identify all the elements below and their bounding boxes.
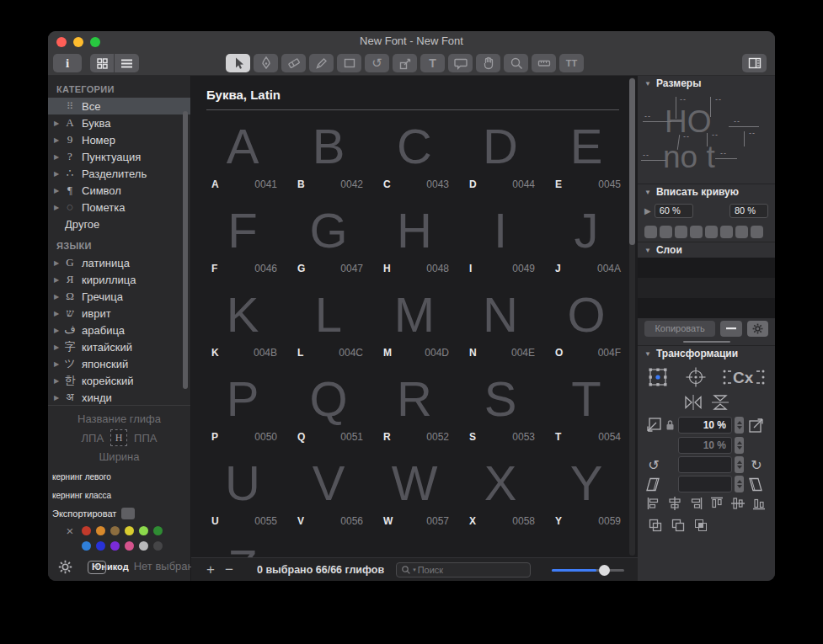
disclosure-triangle-icon[interactable]: ▼ <box>644 80 651 88</box>
glyph-cell[interactable]: NN004E <box>457 281 543 365</box>
align-left-button[interactable] <box>646 496 661 511</box>
instructor-tool-button[interactable]: TT <box>559 54 584 72</box>
glyph-cell[interactable]: LL004C <box>286 281 371 365</box>
glyph-cell[interactable]: KK004B <box>200 281 286 365</box>
sidebar-item-other[interactable]: Другое <box>48 216 190 232</box>
sidebar-language-item[interactable]: ▶字китайский <box>48 338 190 355</box>
disclosure-triangle-icon[interactable]: ▶ <box>51 187 61 194</box>
label-color-swatch[interactable] <box>125 526 134 535</box>
glyph-cell[interactable]: FF0046 <box>200 197 286 281</box>
rotate-tool-button[interactable]: ↺ <box>365 54 389 72</box>
sidebar-category-item[interactable]: ▶∴Разделитель <box>48 165 190 182</box>
disclosure-triangle-icon[interactable]: ▶ <box>51 327 61 334</box>
scale-tool-button[interactable] <box>393 54 417 72</box>
sidebar-language-item[interactable]: ▶فарабица <box>48 322 190 338</box>
scale-up-button[interactable] <box>747 416 766 434</box>
disclosure-triangle-icon[interactable]: ▶ <box>51 204 61 211</box>
glyph-cell[interactable]: PP0050 <box>200 365 286 450</box>
sidebar-language-item[interactable]: ▶ΩГречица <box>48 288 190 305</box>
rotate-stepper[interactable] <box>735 456 744 473</box>
slant-stepper[interactable] <box>735 476 744 492</box>
layer-options-button[interactable] <box>747 321 768 337</box>
grid-view-button[interactable] <box>90 54 115 72</box>
fit-curve-step-button[interactable] <box>644 226 657 238</box>
fit-curve-section-header[interactable]: ▼ Вписать кривую <box>638 184 775 200</box>
slant-right-button[interactable] <box>747 476 764 492</box>
glyph-cell[interactable]: BB0042 <box>286 113 371 197</box>
label-color-swatch[interactable] <box>110 541 120 551</box>
boolean-subtract-button[interactable] <box>671 518 686 533</box>
rotate-angle-input[interactable] <box>678 456 732 473</box>
search-scope-caret-icon[interactable]: ▾ <box>413 567 416 573</box>
flip-vertical-button[interactable] <box>710 394 730 411</box>
font-info-button[interactable]: i <box>53 54 82 72</box>
sidebar-category-item[interactable]: ⠿Все <box>48 98 190 114</box>
lock-proportions-icon[interactable] <box>665 419 675 431</box>
align-bottom-button[interactable] <box>751 496 767 511</box>
annotation-tool-button[interactable] <box>448 54 473 72</box>
center-vertically-button[interactable] <box>730 496 746 511</box>
remove-layer-button[interactable] <box>720 321 741 337</box>
scale-horizontal-input[interactable] <box>678 417 732 434</box>
add-glyph-button[interactable]: + <box>201 562 220 577</box>
disclosure-triangle-icon[interactable]: ▶ <box>51 153 61 161</box>
no-color-button[interactable]: × <box>63 524 77 538</box>
sidebar-language-item[interactable]: ▶ツяпонский <box>48 355 190 372</box>
transformations-section-header[interactable]: ▼ Трансформации <box>638 346 775 361</box>
disclosure-triangle-icon[interactable]: ▶ <box>51 360 61 368</box>
glyph-cell[interactable]: DD0044 <box>457 113 543 197</box>
scrollbar-thumb[interactable] <box>629 78 635 245</box>
glyph-cell[interactable]: YY0059 <box>543 450 624 534</box>
slider-thumb[interactable] <box>599 565 610 576</box>
hand-tool-button[interactable] <box>476 54 500 72</box>
pencil-tool-button[interactable] <box>309 54 334 72</box>
zoom-slider[interactable] <box>552 564 624 576</box>
sidebar-category-item[interactable]: ▶◌Пометка <box>48 199 190 216</box>
boolean-union-button[interactable] <box>648 518 663 533</box>
label-color-swatch[interactable] <box>125 541 134 551</box>
disclosure-triangle-icon[interactable]: ▶ <box>51 394 61 402</box>
glyph-cell[interactable]: MM004D <box>371 281 457 365</box>
sidebar-language-item[interactable]: ▶한корейский <box>48 372 190 389</box>
slant-left-button[interactable] <box>644 476 661 492</box>
disclosure-triangle-icon[interactable]: ▶ <box>51 293 61 301</box>
glyph-cell[interactable]: RR0052 <box>371 365 457 450</box>
list-view-button[interactable] <box>115 54 139 72</box>
sidebar-category-item[interactable]: ▶9Номер <box>48 131 190 148</box>
disclosure-triangle-icon[interactable]: ▶ <box>51 377 61 385</box>
transform-reference-point-icon[interactable] <box>685 366 707 388</box>
disclosure-triangle-icon[interactable]: ▼ <box>644 189 651 196</box>
scale-horizontal-stepper[interactable] <box>735 417 744 434</box>
rotate-ccw-button[interactable]: ↺ <box>644 457 663 473</box>
label-color-swatch[interactable] <box>153 541 163 551</box>
glyph-cell[interactable]: HH0048 <box>371 197 457 281</box>
layers-list[interactable] <box>638 258 775 318</box>
fit-curve-step-button[interactable] <box>660 226 672 238</box>
glyph-cell[interactable]: VV0056 <box>286 450 371 534</box>
sidebar-category-item[interactable]: ▶?Пунктуация <box>48 148 190 165</box>
glyph-cell[interactable]: OO004F <box>543 281 624 365</box>
remove-glyph-button[interactable]: − <box>220 562 238 577</box>
disclosure-triangle-icon[interactable]: ▶ <box>51 276 61 284</box>
disclosure-triangle-icon[interactable]: ▶ <box>51 343 61 351</box>
measure-tool-button[interactable] <box>532 54 556 72</box>
panel-resize-grip[interactable] <box>638 338 775 345</box>
sidebar-category-item[interactable]: ▶¶Символ <box>48 182 190 199</box>
search-input[interactable] <box>418 565 526 575</box>
primitives-tool-button[interactable] <box>337 54 361 72</box>
fit-curve-min-input[interactable] <box>655 204 693 218</box>
glyph-cell[interactable]: SS0053 <box>457 365 543 450</box>
sidebar-language-item[interactable]: ▶अхинди <box>48 389 190 405</box>
text-tool-button[interactable]: T <box>420 54 445 72</box>
export-checkbox[interactable] <box>121 508 135 519</box>
fit-curve-step-button[interactable] <box>751 226 763 238</box>
disclosure-triangle-icon[interactable]: ▼ <box>644 247 651 254</box>
glyph-cell[interactable]: GG0047 <box>286 197 371 281</box>
align-top-button[interactable] <box>709 496 724 511</box>
rotate-cw-button[interactable]: ↻ <box>747 457 766 473</box>
fit-curve-max-input[interactable] <box>729 204 768 218</box>
scale-down-button[interactable] <box>644 416 663 434</box>
fit-curve-expand-icon[interactable]: ▶ <box>644 206 651 216</box>
glyph-cell[interactable]: XX0058 <box>457 450 543 534</box>
align-right-button[interactable] <box>688 496 703 511</box>
